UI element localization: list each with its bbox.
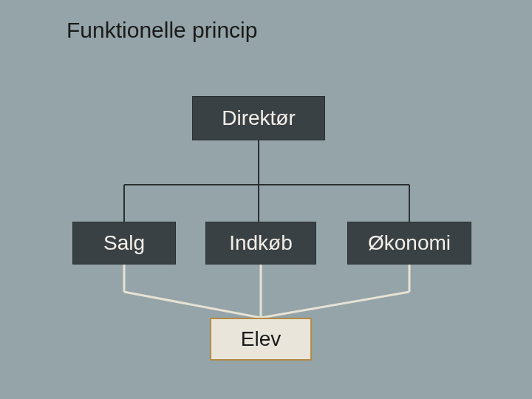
slide: Funktionelle princip Direktør Salg Indkø… (0, 0, 532, 399)
node-purchasing-label: Indkøb (229, 231, 293, 255)
node-sales: Salg (72, 222, 176, 265)
node-economy: Økonomi (347, 222, 471, 265)
node-director: Direktør (192, 96, 325, 140)
node-trainee: Elev (210, 318, 312, 361)
node-trainee-label: Elev (241, 327, 281, 351)
node-economy-label: Økonomi (368, 231, 451, 255)
svg-line-6 (124, 292, 261, 318)
node-purchasing: Indkøb (205, 222, 316, 265)
svg-line-9 (261, 292, 409, 318)
node-director-label: Direktør (222, 106, 296, 130)
node-sales-label: Salg (103, 231, 145, 255)
